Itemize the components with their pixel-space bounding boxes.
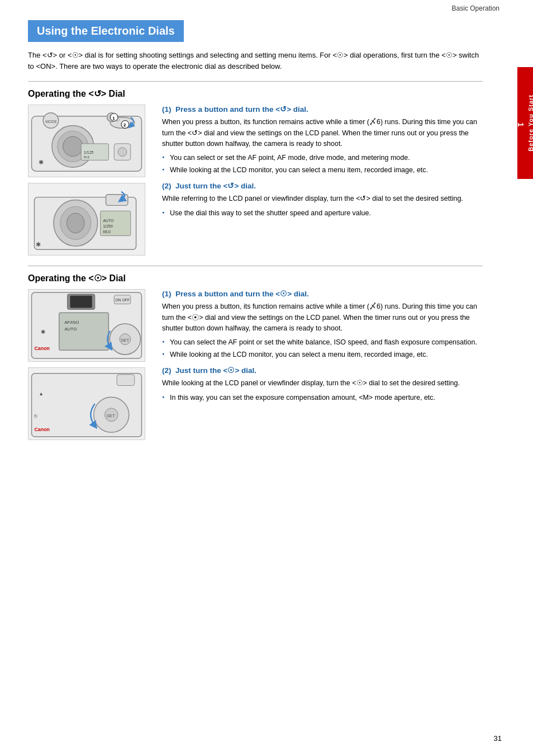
svg-text:MODE: MODE xyxy=(45,120,57,124)
section2-layout: AF/ISO AUTO SET xyxy=(28,289,483,440)
svg-text:1/125: 1/125 xyxy=(84,150,93,154)
section1-divider xyxy=(28,81,483,82)
bullet-item: While looking at the LCD monitor, you ca… xyxy=(162,165,483,176)
section1: Operating the <↺> Dial xyxy=(28,88,483,256)
svg-text:1: 1 xyxy=(112,116,115,121)
svg-point-3 xyxy=(63,136,83,156)
svg-text:ON OFF: ON OFF xyxy=(115,298,130,302)
bullet-item: You can select the AF point or set the w… xyxy=(162,337,483,348)
section1-layout: MODE 1 2 xyxy=(28,105,483,256)
bullet-item: Use the dial this way to set the shutter… xyxy=(162,208,483,219)
svg-point-22 xyxy=(67,213,85,233)
svg-text:f/8.0: f/8.0 xyxy=(103,230,111,234)
camera-diagram-4: SET ON OFF Cano xyxy=(28,367,145,440)
right-tab-number: 1 xyxy=(516,122,525,127)
section1-heading: Operating the <↺> Dial xyxy=(28,88,483,99)
right-tab-label: Before You Start xyxy=(527,94,533,152)
section2-text: (1) Press a button and turn the <☉> dial… xyxy=(162,289,483,440)
section2-step1-heading: (1) Press a button and turn the <☉> dial… xyxy=(162,289,483,298)
bullet-item: In this way, you can set the exposure co… xyxy=(162,393,483,403)
bullet-item: While looking at the LCD monitor, you ca… xyxy=(162,349,483,360)
section1-step1-heading: (1) Press a button and turn the <↺> dial… xyxy=(162,105,483,114)
svg-text:⎋: ⎋ xyxy=(34,413,37,419)
svg-rect-49 xyxy=(117,375,135,386)
section1-step2-heading: (2) Just turn the <↺> dial. xyxy=(162,181,483,190)
section2-step2-body: While looking at the LCD panel or viewfi… xyxy=(162,378,483,389)
section1-images: MODE 1 2 xyxy=(28,105,151,256)
section2-step1-body: When you press a button, its function re… xyxy=(162,301,483,334)
section2-images: AF/ISO AUTO SET xyxy=(28,289,151,440)
right-sidebar-tab: Before You Start 1 xyxy=(517,67,533,179)
section2-divider xyxy=(28,266,483,266)
svg-text:✱: ✱ xyxy=(41,329,45,335)
svg-text:f5.6: f5.6 xyxy=(84,155,90,159)
section2-step1-bullets: You can select the AF point or set the w… xyxy=(162,337,483,360)
section2: Operating the <☉> Dial xyxy=(28,273,483,440)
svg-text:✱: ✱ xyxy=(36,242,41,248)
section-label: Basic Operation xyxy=(452,4,499,12)
camera-diagram-1: MODE 1 2 xyxy=(28,105,145,177)
section2-step2-heading: (2) Just turn the <☉> dial. xyxy=(162,366,483,375)
svg-text:AF/ISO: AF/ISO xyxy=(65,320,79,325)
section2-step2-bullets: In this way, you can set the exposure co… xyxy=(162,393,483,403)
svg-text:Canon: Canon xyxy=(34,346,50,352)
intro-text: The <↺> or <☉> dial is for setting shoot… xyxy=(28,50,483,72)
camera-diagram-3: AF/ISO AUTO SET xyxy=(28,289,145,362)
or-connector: or xyxy=(59,51,66,59)
main-content: Using the Electronic Dials The <↺> or <☉… xyxy=(0,15,533,470)
svg-text:Canon: Canon xyxy=(34,427,50,433)
svg-text:1/250: 1/250 xyxy=(103,224,113,228)
svg-text:✱: ✱ xyxy=(39,159,44,166)
page-title: Using the Electronic Dials xyxy=(28,20,184,42)
section1-step2-bullets: Use the dial this way to set the shutter… xyxy=(162,208,483,219)
svg-point-15 xyxy=(118,148,127,157)
svg-text:AUTO: AUTO xyxy=(103,219,115,223)
svg-rect-31 xyxy=(70,296,92,308)
section1-text: (1) Press a button and turn the <↺> dial… xyxy=(162,105,483,256)
section1-step1-bullets: You can select or set the AF point, AF m… xyxy=(162,153,483,176)
bullet-item: You can select or set the AF point, AF m… xyxy=(162,153,483,163)
section1-step2-body: While referring to the LCD panel or view… xyxy=(162,193,483,204)
svg-text:AUTO: AUTO xyxy=(65,327,77,332)
page-number: 31 xyxy=(494,734,502,743)
svg-text:SET: SET xyxy=(106,413,115,418)
camera-diagram-2: AUTO 1/250 f/8.0 ✱ xyxy=(28,183,145,256)
svg-text:▲: ▲ xyxy=(39,391,44,397)
svg-text:2: 2 xyxy=(123,123,126,128)
section2-heading: Operating the <☉> Dial xyxy=(28,273,483,284)
top-bar: Basic Operation xyxy=(0,0,533,15)
page-wrapper: Basic Operation Before You Start 1 31 Us… xyxy=(0,0,533,756)
section1-step1-body: When you press a button, its function re… xyxy=(162,117,483,149)
svg-text:SET: SET xyxy=(121,338,129,343)
